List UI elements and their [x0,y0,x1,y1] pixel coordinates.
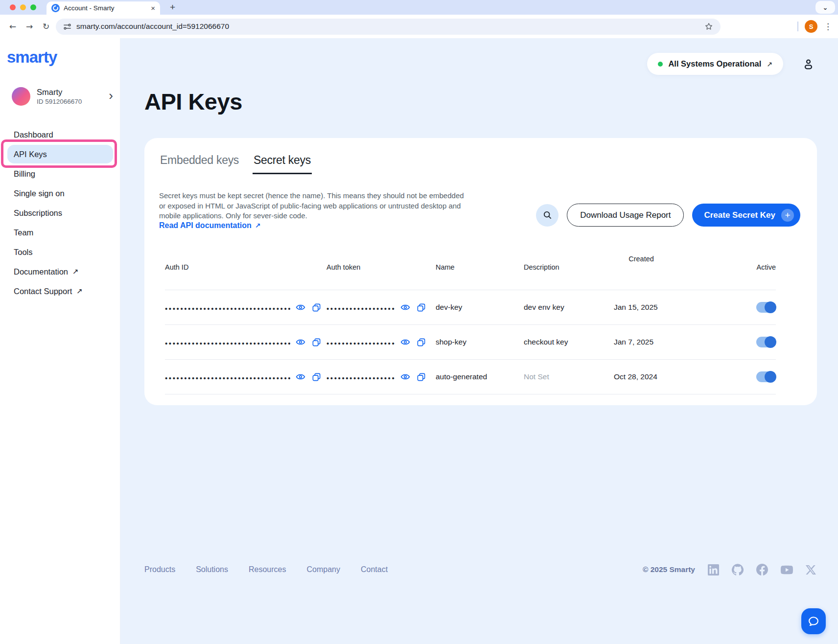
reveal-auth-token-button[interactable] [400,302,411,313]
browser-tab[interactable]: Account - Smarty × [47,1,160,15]
tab-search-chevron-icon[interactable]: ⌄ [815,1,835,14]
minimize-window-button[interactable] [20,4,26,10]
download-usage-report-button[interactable]: Download Usage Report [567,204,684,227]
sidebar-nav-item-label: Single sign on [14,189,65,198]
browser-tabstrip: Account - Smarty × + ⌄ [0,0,838,15]
footer-link[interactable]: Products [144,565,175,574]
auth-id-cell: •••••••••••••••••••••••••••••••••• [165,371,326,382]
facebook-icon[interactable] [756,564,768,575]
footer-link[interactable]: Company [306,565,340,574]
sidebar-nav-item-label: API Keys [14,150,47,159]
back-button[interactable]: ← [6,20,20,33]
copy-auth-id-button[interactable] [311,337,322,347]
copy-auth-token-button[interactable] [416,302,426,313]
url-text[interactable]: smarty.com/account/account_id=5912066670 [76,22,229,31]
sidebar-nav-item-label: Documentation [14,267,68,276]
page-title: API Keys [144,88,242,115]
chat-widget-button[interactable] [801,608,826,634]
user-profile-button[interactable] [802,58,815,71]
read-api-documentation-link[interactable]: Read API documentation ↗ [159,221,261,230]
sidebar-nav-item-label: Billing [14,169,35,179]
account-id: ID 5912066670 [37,98,82,105]
key-type-tab[interactable]: Secret keys [253,149,312,174]
active-toggle[interactable] [756,302,776,313]
main-content: All Systems Operational ↗ API Keys Embed… [120,38,838,644]
reveal-auth-token-button[interactable] [400,337,411,347]
reveal-auth-token-button[interactable] [400,371,411,382]
copy-icon [312,303,321,312]
toolbar-right-cluster: S ⋮ [797,20,832,33]
copy-auth-token-button[interactable] [416,371,426,382]
x-icon[interactable] [806,565,816,575]
auth-token-cell: ••••••••••••••••••• [326,337,436,347]
toggle-knob [765,336,776,348]
table-row: •••••••••••••••••••••••••••••••••• [165,290,776,325]
search-button[interactable] [536,204,559,227]
system-status-link[interactable]: All Systems Operational ↗ [647,53,783,75]
eye-icon [400,372,410,382]
footer-link[interactable]: Contact [361,565,388,574]
tab-label: Embedded keys [160,154,239,166]
tab-title: Account - Smarty [64,4,147,12]
window-controls[interactable] [10,4,36,10]
active-toggle[interactable] [756,371,776,382]
copy-auth-token-button[interactable] [416,337,426,347]
footer-link[interactable]: Resources [249,565,286,574]
youtube-icon[interactable] [781,564,793,576]
eye-icon [296,372,305,382]
sidebar-nav-item[interactable]: Subscriptions ↗ [0,203,120,223]
sidebar-nav-item-label: Team [14,228,33,237]
sidebar-nav-item[interactable]: Billing ↗ [0,164,120,184]
copy-auth-id-button[interactable] [311,371,322,382]
account-switcher[interactable]: Smarty ID 5912066670 › [12,87,113,106]
account-avatar [12,87,30,106]
status-label: All Systems Operational [668,59,761,69]
browser-menu-kebab-icon[interactable]: ⋮ [824,22,832,32]
reveal-auth-id-button[interactable] [295,337,306,347]
table-row: •••••••••••••••••••••••••••••••••• [165,360,776,394]
site-settings-icon[interactable] [63,23,71,31]
footer-link[interactable]: Solutions [196,565,228,574]
chat-bubble-icon [807,615,820,628]
copyright-text: © 2025 Smarty [643,565,695,574]
address-bar[interactable]: smarty.com/account/account_id=5912066670 [56,19,721,35]
sidebar-nav-item[interactable]: Single sign on ↗ [0,184,120,203]
table-row: •••••••••••••••••••••••••••••••••• [165,325,776,360]
secret-keys-description: Secret keys must be kept secret (hence t… [159,191,464,221]
key-created-cell: Jan 15, 2025 [612,303,690,312]
search-icon [543,210,552,220]
key-type-tabs: Embedded keys Secret keys [159,149,312,174]
auth-token-masked-value: ••••••••••••••••••• [326,303,395,312]
auth-id-masked-value: •••••••••••••••••••••••••••••••••• [165,303,290,312]
close-tab-icon[interactable]: × [151,4,155,12]
auth-token-cell: ••••••••••••••••••• [326,371,436,382]
key-type-tab[interactable]: Embedded keys [159,149,240,174]
github-icon[interactable] [732,564,744,575]
zoom-window-button[interactable] [30,4,36,10]
eye-icon [400,302,410,312]
external-link-icon: ↗ [255,222,261,230]
eye-icon [296,337,305,347]
sidebar-nav-item[interactable]: Dashboard ↗ [0,125,120,144]
active-toggle[interactable] [756,337,776,347]
sidebar-nav-item[interactable]: Team ↗ [0,223,120,242]
reveal-auth-id-button[interactable] [295,302,306,313]
reveal-auth-id-button[interactable] [295,371,306,382]
sidebar-nav-item[interactable]: Contact Support ↗ [0,281,120,301]
key-created-cell: Jan 7, 2025 [612,338,690,346]
create-secret-key-button[interactable]: Create Secret Key + [692,204,800,227]
close-window-button[interactable] [10,4,16,10]
bookmark-star-icon[interactable] [704,22,713,31]
browser-profile-avatar[interactable]: S [805,20,817,33]
sidebar-nav-item[interactable]: Documentation ↗ [0,262,120,281]
eye-icon [400,337,410,347]
copy-auth-id-button[interactable] [311,302,322,313]
sidebar-nav-item-label: Dashboard [14,130,53,139]
sidebar-nav-item[interactable]: API Keys ↗ [7,145,113,163]
linkedin-icon[interactable] [708,564,719,575]
reload-button[interactable]: ↻ [39,20,53,33]
new-tab-button[interactable]: + [170,2,175,13]
sidebar-nav-item[interactable]: Tools ↗ [0,242,120,262]
smarty-logo[interactable]: smarty [7,49,57,65]
forward-button[interactable]: → [23,20,36,33]
